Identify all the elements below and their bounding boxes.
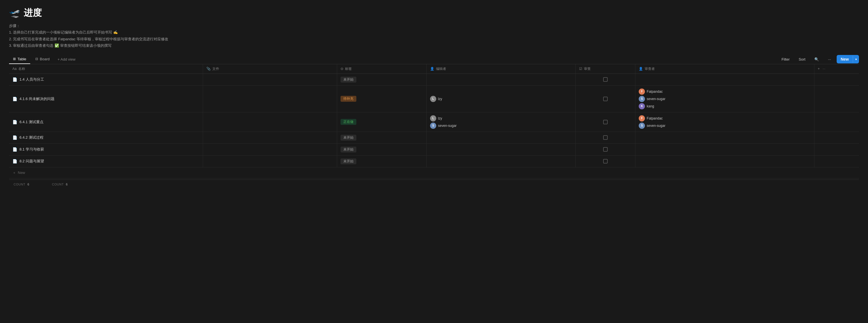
reviewer-avatar: F (639, 88, 645, 95)
cell-reviewer-2[interactable]: FFatpandacSseven-sugar (635, 112, 814, 132)
more-button[interactable]: ··· (825, 56, 834, 63)
review-checkbox[interactable] (603, 77, 608, 82)
avatar: S (430, 122, 436, 129)
cell-reviewer-4[interactable] (635, 143, 814, 155)
review-checkbox[interactable] (603, 135, 608, 140)
table-header-row: Aa 名称 📎 文件 ⊙ 标签 (9, 64, 859, 74)
reviewer-avatar-row: Sseven-sugar (639, 122, 811, 129)
tab-board-label: Board (40, 57, 50, 61)
new-button-label: New (837, 55, 853, 63)
cell-reviewer-5[interactable] (635, 155, 814, 167)
more-col-icon: ··· (823, 67, 825, 71)
cell-file-0 (203, 74, 337, 85)
row-name: 6.4.1 测试重点 (20, 119, 43, 124)
doc-icon: 📄 (12, 147, 17, 152)
row-name: 8.2 问题与展望 (20, 159, 44, 164)
cell-review-5[interactable] (576, 155, 635, 167)
cell-name-3[interactable]: 📄6.4.2 测试过程 (9, 132, 203, 143)
cell-editor-3[interactable] (427, 132, 576, 143)
tab-table[interactable]: ⊞ Table (9, 55, 30, 64)
col-header-review: ☑ 审查 (576, 64, 635, 74)
filter-label: Filter (782, 57, 790, 62)
avatar-row: Llzy (430, 96, 572, 102)
table-row[interactable]: 📄8.2 问题与展望未开始 (9, 155, 859, 167)
avatar: L (430, 96, 436, 102)
reviewer-name: Fatpandac (647, 89, 663, 94)
cell-name-4[interactable]: 📄8.1 学习与收获 (9, 143, 203, 155)
tab-board[interactable]: ⊟ Board (31, 55, 54, 64)
col-header-editor: 👤 编辑者 (427, 64, 576, 74)
table-row[interactable]: 📄1.4 人员与分工未开始 (9, 74, 859, 85)
cell-file-4 (203, 143, 337, 155)
editor-col-icon: 👤 (430, 67, 434, 71)
row-name: 4.1.6 尚未解决的问题 (20, 96, 55, 102)
cell-reviewer-0[interactable] (635, 74, 814, 85)
reviewer-avatar-row: FFatpandac (639, 115, 811, 121)
review-checkbox[interactable] (603, 159, 608, 164)
cell-editor-0[interactable] (427, 74, 576, 85)
table-row[interactable]: 📄8.1 学习与收获未开始 (9, 143, 859, 155)
cell-tag-4[interactable]: 未开始 (337, 143, 427, 155)
cell-name-0[interactable]: 📄1.4 人员与分工 (9, 74, 203, 85)
doc-icon: 📄 (12, 77, 17, 82)
search-icon: 🔍 (814, 57, 819, 62)
cell-name-1[interactable]: 📄4.1.6 尚未解决的问题 (9, 85, 203, 112)
user-name: seven-sugar (438, 124, 457, 128)
more-icon: ··· (828, 57, 831, 62)
cell-editor-1[interactable]: Llzy (427, 85, 576, 112)
page-description: 步骤： 1. 选择自己打算完成的一小项标记编辑者为自己后即可开始书写 ✍️ 2.… (9, 23, 859, 49)
table-row[interactable]: 📄6.4.2 测试过程未开始 (9, 132, 859, 143)
review-checkbox[interactable] (603, 147, 608, 152)
cell-reviewer-1[interactable]: FFatpandacSseven-sugarKkang (635, 85, 814, 112)
file-col-label: 文件 (212, 67, 219, 71)
cell-editor-4[interactable] (427, 143, 576, 155)
doc-icon: 📄 (12, 159, 17, 164)
review-checkbox[interactable] (603, 120, 608, 124)
cell-tag-2[interactable]: 正在做 (337, 112, 427, 132)
cell-tag-0[interactable]: 未开始 (337, 74, 427, 85)
table-row[interactable]: 📄4.1.6 尚未解决的问题待补充LlzyFFatpandacSseven-su… (9, 85, 859, 112)
review-checkbox[interactable] (603, 97, 608, 101)
add-row-button[interactable]: ＋ New (9, 168, 859, 178)
tag-badge: 未开始 (341, 135, 356, 141)
chevron-down-icon[interactable]: ▾ (853, 56, 859, 63)
cell-reviewer-3[interactable] (635, 132, 814, 143)
row-name: 1.4 人员与分工 (20, 77, 44, 82)
sort-button[interactable]: Sort (796, 56, 809, 63)
table-row[interactable]: 📄6.4.1 测试重点正在做LlzySseven-sugarFFatpandac… (9, 112, 859, 132)
cell-tag-5[interactable]: 未开始 (337, 155, 427, 167)
cell-tag-3[interactable]: 未开始 (337, 132, 427, 143)
reviewer-name: Fatpandac (647, 116, 663, 120)
col-header-add[interactable]: + ··· (814, 64, 859, 74)
view-bar: ⊞ Table ⊟ Board + Add view Filter Sort 🔍… (9, 55, 859, 64)
doc-icon: 📄 (12, 97, 17, 101)
new-button[interactable]: New ▾ (837, 55, 859, 63)
editor-col-label: 编辑者 (436, 67, 446, 71)
cell-add-2 (814, 112, 859, 132)
review-col-icon: ☑ (579, 67, 582, 71)
cell-review-2[interactable] (576, 112, 635, 132)
reviewer-avatar-row: FFatpandac (639, 88, 811, 95)
user-name: lzy (438, 116, 442, 120)
filter-button[interactable]: Filter (778, 56, 793, 63)
cell-tag-1[interactable]: 待补充 (337, 85, 427, 112)
add-view-button[interactable]: + Add view (55, 55, 78, 64)
cell-editor-2[interactable]: LlzySseven-sugar (427, 112, 576, 132)
row-name: 6.4.2 测试过程 (20, 135, 43, 140)
tag-badge: 待补充 (341, 96, 356, 102)
reviewer-avatar-row: Kkang (639, 103, 811, 109)
cell-editor-5[interactable] (427, 155, 576, 167)
cell-review-1[interactable] (576, 85, 635, 112)
cell-add-0 (814, 74, 859, 85)
search-button[interactable]: 🔍 (811, 56, 822, 63)
cell-review-3[interactable] (576, 132, 635, 143)
cell-review-0[interactable] (576, 74, 635, 85)
page-emoji: 🛫 (9, 8, 20, 18)
cell-name-2[interactable]: 📄6.4.1 测试重点 (9, 112, 203, 132)
tag-badge: 正在做 (341, 119, 356, 125)
tab-table-label: Table (18, 57, 26, 61)
cell-review-4[interactable] (576, 143, 635, 155)
footer-count-name-value: 6 (27, 183, 29, 186)
cell-name-5[interactable]: 📄8.2 问题与展望 (9, 155, 203, 167)
cell-file-3 (203, 132, 337, 143)
